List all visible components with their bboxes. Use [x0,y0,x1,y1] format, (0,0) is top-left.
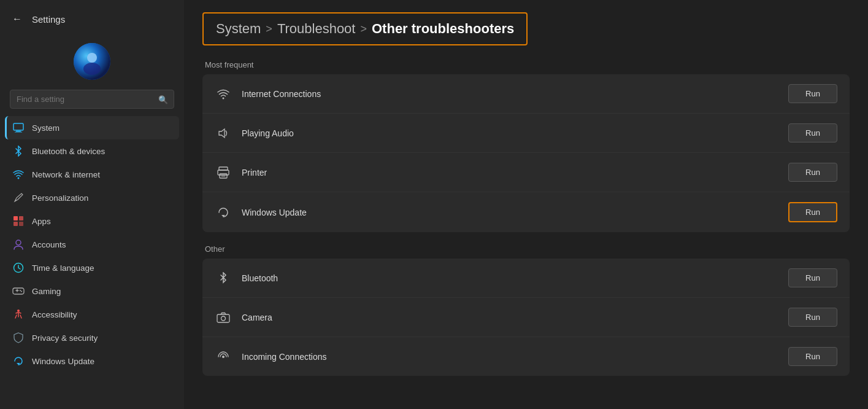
table-row: Internet Connections Run [202,74,850,114]
back-button[interactable]: ← [10,11,25,27]
svg-rect-21 [217,314,229,322]
search-input[interactable] [10,90,174,109]
table-row: Windows Update Run [202,192,850,232]
run-incoming-button[interactable]: Run [788,347,837,366]
sidebar: ← Settings 🔍 [0,0,184,409]
apps-icon [12,215,25,227]
run-audio-button[interactable]: Run [788,123,837,142]
sidebar-label-accessibility: Accessibility [32,310,77,319]
svg-point-14 [20,290,21,291]
app-title: Settings [32,14,65,25]
sidebar-label-network: Network & internet [32,170,100,179]
sidebar-item-privacy[interactable]: Privacy & security [5,326,179,349]
sidebar-item-winupdate[interactable]: Windows Update [5,349,179,373]
svg-rect-4 [16,131,21,132]
winupdate-icon [12,355,25,367]
printer-label: Printer [242,168,778,177]
breadcrumb-troubleshoot[interactable]: Troubleshoot [277,21,356,37]
svg-point-22 [221,316,226,321]
system-icon [12,122,25,134]
table-row: Bluetooth Run [202,259,850,298]
sidebar-label-time: Time & language [32,263,94,273]
breadcrumb: System > Troubleshoot > Other troublesho… [202,12,528,45]
nav-items: System Bluetooth & devices Network & in [0,116,184,409]
accessibility-icon [12,308,25,321]
breadcrumb-sep1: > [266,23,272,36]
sidebar-label-system: System [32,123,60,133]
svg-point-15 [21,291,22,292]
most-frequent-list: Internet Connections Run Playing Audio R… [202,74,850,232]
internet-connections-label: Internet Connections [242,89,778,99]
table-row: Printer Run [202,153,850,192]
sidebar-label-accounts: Accounts [32,240,66,249]
svg-rect-3 [13,123,23,130]
bluetooth-label: Bluetooth [242,273,778,283]
network-icon [12,168,25,181]
sidebar-item-network[interactable]: Network & internet [5,163,179,186]
svg-rect-9 [13,222,18,226]
table-row: Camera Run [202,298,850,337]
camera-icon [215,309,232,326]
svg-point-16 [17,310,20,312]
run-camera-button[interactable]: Run [788,308,837,327]
svg-point-6 [18,177,20,179]
svg-rect-10 [19,222,23,226]
sidebar-label-personalization: Personalization [32,193,88,203]
svg-point-11 [16,240,21,245]
sidebar-label-privacy: Privacy & security [32,333,98,343]
svg-rect-13 [13,288,24,294]
sidebar-item-system[interactable]: System [5,116,179,139]
personalization-icon [12,192,25,204]
breadcrumb-system[interactable]: System [216,21,261,37]
main-content: System > Troubleshoot > Other troublesho… [184,0,868,409]
accounts-icon [12,238,25,251]
svg-rect-5 [15,132,22,133]
svg-point-17 [223,97,225,99]
sidebar-label-gaming: Gaming [32,287,61,296]
sidebar-item-apps[interactable]: Apps [5,209,179,233]
sidebar-label-winupdate: Windows Update [32,357,94,366]
camera-label: Camera [242,313,778,322]
incoming-connections-label: Incoming Connections [242,352,778,362]
run-winupdate-button[interactable]: Run [788,202,837,222]
winupdate-troubleshoot-label: Windows Update [242,208,778,217]
internet-icon [215,85,232,103]
svg-rect-7 [13,216,18,220]
svg-rect-18 [219,167,228,170]
most-frequent-title: Most frequent [202,60,850,69]
svg-point-1 [83,63,101,75]
audio-icon [215,125,232,142]
printer-icon [215,164,232,181]
incoming-connections-icon [215,348,232,365]
avatar [74,43,110,80]
privacy-icon [12,332,25,344]
gaming-icon [12,285,25,297]
sidebar-item-personalization[interactable]: Personalization [5,186,179,209]
sidebar-item-accessibility[interactable]: Accessibility [5,303,179,326]
run-bluetooth-button[interactable]: Run [788,268,837,287]
run-internet-button[interactable]: Run [788,84,837,103]
table-row: Playing Audio Run [202,114,850,153]
sidebar-item-bluetooth[interactable]: Bluetooth & devices [5,139,179,163]
sidebar-item-accounts[interactable]: Accounts [5,233,179,256]
other-title: Other [202,244,850,254]
svg-point-2 [87,53,97,63]
time-icon [12,262,25,274]
refresh-icon [215,204,232,221]
bluetooth-troubleshoot-icon [215,270,232,287]
breadcrumb-current: Other troubleshooters [372,21,514,37]
table-row: Incoming Connections Run [202,337,850,376]
search-container: 🔍 [0,90,184,116]
run-printer-button[interactable]: Run [788,163,837,182]
sidebar-header: ← Settings [0,6,184,37]
sidebar-label-apps: Apps [32,217,51,226]
sidebar-label-bluetooth: Bluetooth & devices [32,147,105,156]
sidebar-item-gaming[interactable]: Gaming [5,279,179,303]
svg-point-23 [222,356,225,358]
other-list: Bluetooth Run Camera Run [202,259,850,376]
audio-label: Playing Audio [242,128,778,138]
sidebar-item-time[interactable]: Time & language [5,256,179,279]
breadcrumb-sep2: > [360,23,367,36]
svg-rect-8 [19,216,23,220]
bluetooth-icon [12,145,25,157]
